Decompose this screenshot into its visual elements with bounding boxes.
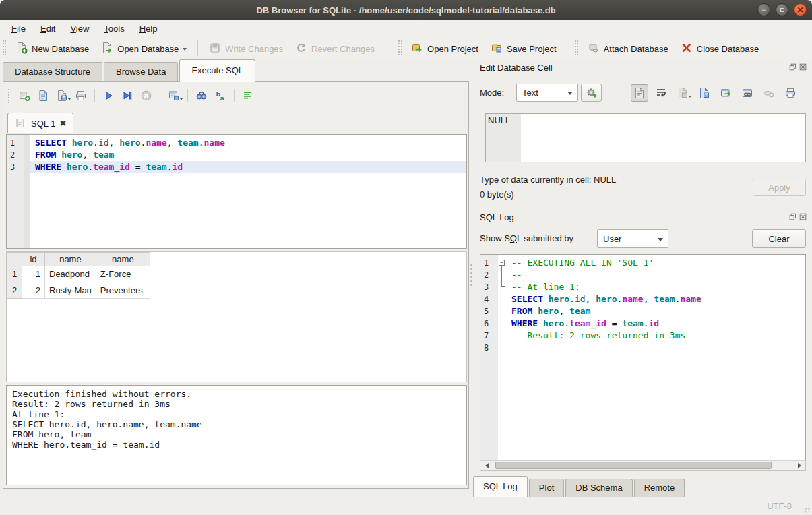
close-tab-icon[interactable]: ✖ [59,119,66,128]
find-replace-button[interactable]: ba [212,87,229,104]
column-header-id[interactable]: id [22,253,45,266]
sql-tab-bar: SQL 1 ✖ [6,113,467,133]
dock-tab-sql-log[interactable]: SQL Log [473,476,528,497]
menu-edit[interactable]: Edit [33,22,63,36]
code-line-2: FROM hero, team [30,149,466,161]
row-number[interactable]: 1 [7,266,22,282]
tab-browse-data[interactable]: Browse Data [104,62,178,82]
execute-all-button[interactable] [100,87,117,104]
save-sql-file-button[interactable] [53,87,71,104]
column-header-name[interactable]: name [45,253,96,266]
open-in-external-button[interactable] [717,84,735,102]
close-button[interactable]: ✕ [794,3,807,16]
apply-button[interactable]: Apply [753,179,806,196]
float-panel-icon[interactable] [788,63,797,71]
minimize-button[interactable]: − [757,3,770,16]
chevron-down-icon[interactable] [180,98,183,102]
dock-splitter-handle[interactable] [623,206,646,210]
chevron-down-icon[interactable] [68,98,71,102]
cell-value-editor[interactable]: NULL [485,113,806,162]
maximize-button[interactable] [776,3,788,16]
titlebar[interactable]: DB Browser for SQLite - /home/user/code/… [0,0,812,20]
table-row[interactable]: 22Rusty-ManPreventers [7,282,150,299]
line-number: 2 [480,269,498,281]
corner-header[interactable] [7,253,22,266]
submitted-by-combobox[interactable]: User [597,229,668,248]
link-window-icon [741,87,753,99]
menu-file[interactable]: File [4,22,33,36]
tab-database-structure[interactable]: Database Structure [3,62,102,82]
print-sql-button[interactable] [72,87,90,104]
table-cell[interactable]: 2 [22,282,45,299]
write-changes-button[interactable]: Write Changes [203,38,289,57]
fold-collapse-icon[interactable]: − [499,260,505,266]
table-cell[interactable]: Preventers [96,282,150,299]
table-cell[interactable]: 1 [22,266,45,282]
code-line-6: WHERE hero.team_id = team.id [507,317,805,330]
open-sql-file-button[interactable] [34,87,52,104]
menu-tools[interactable]: Tools [96,22,131,36]
table-cell[interactable]: Deadpond [45,266,96,282]
table-row[interactable]: 11DeadpondZ-Force [7,266,150,282]
float-panel-icon[interactable] [788,212,797,220]
toolbar-drag-handle[interactable] [2,40,6,56]
close-database-button[interactable]: Close Database [675,38,766,57]
revert-changes-button[interactable]: Revert Changes [289,38,381,57]
editor-fold-margin [24,135,30,248]
save-results-button[interactable] [165,87,183,104]
toolbar-drag-handle[interactable] [398,40,402,56]
print-cell-button[interactable] [782,84,799,102]
table-cell[interactable]: Z-Force [96,266,150,282]
column-header-name[interactable]: name [96,253,150,266]
clear-log-button[interactable]: Clear [752,229,806,248]
dock-tab-db-schema[interactable]: DB Schema [565,479,632,497]
chevron-down-icon[interactable] [183,48,187,53]
dock-tab-remote[interactable]: Remote [634,479,685,497]
auto-apply-button[interactable] [581,84,602,102]
export-to-file-button[interactable] [695,84,713,102]
save-project-button[interactable]: Save Project [485,38,563,57]
auto-format-button[interactable] [239,87,257,104]
revert-changes-label: Revert Changes [311,44,375,54]
menu-help[interactable]: Help [132,22,165,36]
tab-new-icon [18,90,30,102]
log-fold-margin[interactable]: − [498,255,507,471]
sql-log-dock-buttons [788,212,807,220]
editor-code-area[interactable]: SELECT hero.id, hero.name, team.nameFROM… [30,135,466,248]
encoding-indicator[interactable]: UTF-8 [767,501,792,511]
new-sql-tab-button[interactable] [15,87,33,104]
execute-current-line-button[interactable] [119,87,136,104]
sql-editor[interactable]: 123 SELECT hero.id, hero.name, team.name… [6,134,467,249]
stop-execution-button[interactable] [137,87,155,104]
scroll-left-icon[interactable] [480,461,490,470]
dock-tab-plot[interactable]: Plot [529,479,564,497]
chevron-down-icon[interactable] [689,96,691,99]
row-number[interactable]: 2 [7,282,22,299]
text-mode-button[interactable] [631,84,648,102]
attach-database-button[interactable]: Attach Database [582,38,675,57]
new-database-button[interactable]: New Database [9,38,95,57]
resize-grip[interactable] [801,504,810,513]
word-wrap-button[interactable] [652,84,670,102]
open-database-button[interactable]: Open Database [95,38,193,57]
chevron-down-icon [658,238,663,244]
log-horizontal-scrollbar[interactable] [480,460,806,471]
scrollbar-thumb[interactable] [495,462,772,469]
menu-view[interactable]: View [63,22,96,36]
find-button[interactable] [193,87,210,104]
toolbar-drag-handle[interactable] [7,88,11,103]
save-file-icon [56,90,68,102]
import-from-file-button[interactable] [674,84,691,102]
table-cell[interactable]: Rusty-Man [45,282,96,299]
close-panel-icon[interactable] [799,63,807,71]
sql-tab[interactable]: SQL 1 ✖ [7,113,73,133]
set-null-button[interactable] [760,84,778,102]
close-panel-icon[interactable] [799,212,807,220]
open-project-button[interactable]: Open Project [405,38,485,57]
scroll-right-icon[interactable] [796,461,805,470]
mode-combobox[interactable]: Text [516,84,578,102]
copy-link-button[interactable] [739,84,756,102]
tab-execute-sql[interactable]: Execute SQL [179,59,255,82]
toolbar-drag-handle[interactable] [574,40,578,56]
sql-log-view[interactable]: 12345678 − -- EXECUTING ALL IN 'SQL 1'--… [480,254,806,471]
